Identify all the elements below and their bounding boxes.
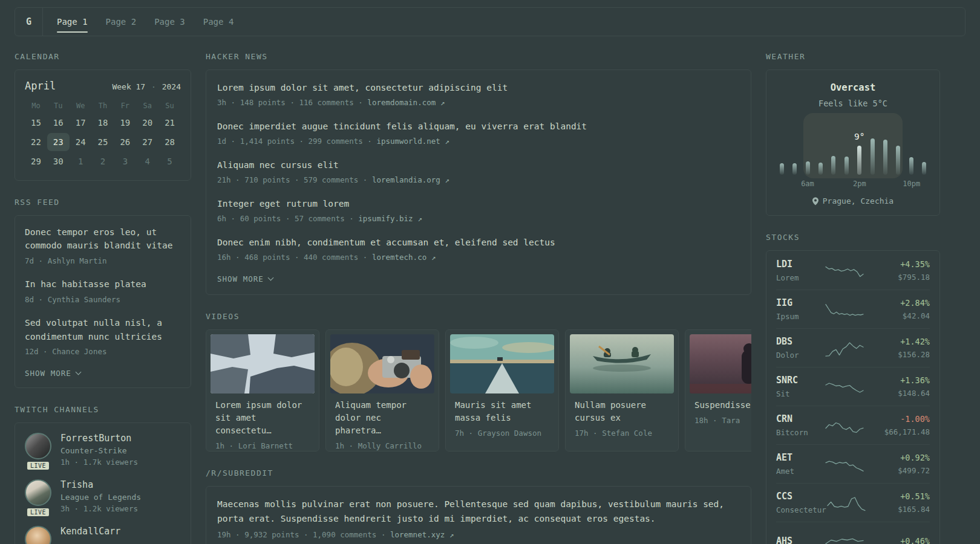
stock-price: $156.28: [874, 350, 930, 359]
video-meta: 18h · Tara: [694, 416, 751, 425]
twitch-channel-name[interactable]: ForrestBurton: [60, 433, 138, 444]
avatar[interactable]: [25, 479, 51, 506]
weather-location[interactable]: Prague, Czechia: [776, 196, 930, 206]
stock-row[interactable]: SNRC Sit +1.36% $148.64: [776, 367, 930, 406]
calendar-day-today: 23: [47, 133, 70, 151]
tab-page-3[interactable]: Page 3: [145, 8, 194, 36]
weather-hourly-chart: 9°: [780, 131, 926, 175]
stock-row[interactable]: CCS Consectetur +0.51% $165.84: [776, 483, 930, 522]
app-logo[interactable]: G: [15, 8, 43, 36]
weather-condition: Overcast: [776, 82, 930, 93]
weekday-label: Fr: [114, 102, 136, 110]
right-column: WEATHER Overcast Feels like 5°C 9° 6am 2…: [766, 52, 940, 544]
video-title[interactable]: Nullam posuere cursus ex: [575, 399, 669, 424]
stock-row[interactable]: IIG Ipsum +2.84% $42.04: [776, 290, 930, 328]
rss-widget: Donec tempor eros leo, ut commodo mauris…: [15, 215, 191, 388]
video-title[interactable]: Suspendisse diam: [694, 399, 751, 412]
weather-feels-like: Feels like 5°C: [776, 99, 930, 108]
hn-item-title[interactable]: Integer eget rutrum lorem: [217, 197, 740, 210]
hn-item-meta: 3h · 148 points · 116 comments · loremdo…: [217, 97, 740, 108]
video-title[interactable]: Mauris sit amet massa felis: [455, 399, 549, 424]
twitch-channel-row[interactable]: LIVE ForrestBurton Counter-Strike 1h · 1…: [25, 433, 181, 467]
hn-item-domain-link[interactable]: loremdomain.com ↗: [367, 98, 445, 107]
calendar-day: 30: [47, 152, 70, 170]
weather-location-label: Prague, Czechia: [823, 196, 893, 206]
video-thumbnail-canoe[interactable]: [570, 334, 674, 393]
stock-sparkline: [825, 453, 864, 476]
video-title[interactable]: Aliquam tempor dolor nec pharetra…: [335, 399, 430, 437]
weather-bar: [831, 156, 835, 175]
twitch-channel-row[interactable]: KendallCarr: [25, 526, 181, 544]
hn-item-title[interactable]: Lorem ipsum dolor sit amet, consectetur …: [217, 81, 740, 94]
reddit-post-title[interactable]: Maecenas mollis pulvinar erat non posuer…: [217, 497, 740, 526]
rss-item: Sed volutpat nulla nisl, a condimentum n…: [25, 316, 181, 357]
tab-page-2[interactable]: Page 2: [97, 8, 146, 36]
twitch-channel-category[interactable]: Counter-Strike: [60, 446, 138, 455]
rss-item-meta: 12d · Chance Jones: [25, 346, 181, 357]
top-nav: G Page 1 Page 2 Page 3 Page 4: [15, 7, 965, 36]
show-more-label: SHOW MORE: [25, 369, 71, 378]
external-link-icon: ↗: [445, 137, 449, 146]
hn-item-title[interactable]: Aliquam nec cursus elit: [217, 158, 740, 172]
subreddit-section: /R/SUBREDDIT Maecenas mollis pulvinar er…: [206, 468, 751, 544]
stock-row[interactable]: CRN Bitcorn -1.00% $66,171.48: [776, 406, 930, 444]
weather-hour-labels: 6am 2pm 10pm: [780, 180, 926, 189]
stock-ticker: AHS: [776, 536, 825, 544]
avatar[interactable]: [25, 526, 51, 544]
twitch-channel-name[interactable]: KendallCarr: [60, 526, 120, 537]
calendar-day-next-month: 3: [114, 152, 136, 170]
stock-sparkline: [826, 491, 866, 514]
video-card[interactable]: Nullam posuere cursus ex 17h · Stefan Co…: [565, 329, 679, 452]
twitch-channel-row[interactable]: LIVE Trisha League of Legends 3h · 1.2k …: [25, 479, 181, 513]
hn-item-domain-link[interactable]: loremtech.co ↗: [372, 253, 436, 262]
stock-row[interactable]: LDI Lorem +4.35% $795.18: [776, 251, 930, 290]
video-card[interactable]: Suspendisse diam 18h · Tara: [685, 329, 751, 452]
twitch-section-title: TWITCH CHANNELS: [15, 405, 191, 414]
calendar-day: 18: [92, 114, 114, 132]
reddit-domain-link[interactable]: loremnet.xyz ↗: [390, 530, 454, 539]
tab-page-1[interactable]: Page 1: [48, 8, 97, 36]
hn-meta-text: 3h · 148 points · 116 comments ·: [217, 98, 367, 107]
stock-row[interactable]: AET Amet +0.92% $499.72: [776, 444, 930, 483]
video-meta: 7h · Grayson Dawson: [455, 429, 549, 438]
rss-item-title[interactable]: In hac habitasse platea: [25, 277, 181, 291]
hn-item-domain-link[interactable]: ipsumify.biz ↗: [358, 214, 422, 223]
videos-row: Lorem ipsum dolor sit amet consectetu… 1…: [206, 329, 751, 452]
reddit-post-meta: 19h · 9,932 points · 1,090 comments · lo…: [217, 529, 740, 540]
rss-item-title[interactable]: Sed volutpat nulla nisl, a condimentum n…: [25, 316, 181, 343]
hn-item-title[interactable]: Donec imperdiet augue tincidunt felis al…: [217, 120, 740, 133]
calendar-day: 27: [136, 133, 158, 151]
hacker-news-section-title: HACKER NEWS: [206, 52, 751, 61]
weather-bar: [871, 138, 875, 175]
video-title[interactable]: Lorem ipsum dolor sit amet consectetu…: [215, 399, 310, 437]
twitch-channel-category[interactable]: League of Legends: [60, 493, 141, 502]
stock-price: $795.18: [874, 273, 930, 282]
hn-item-meta: 16h · 468 points · 440 comments · loremt…: [217, 252, 740, 263]
video-thumbnail-fog[interactable]: [690, 334, 751, 393]
rss-item-title[interactable]: Donec tempor eros leo, ut commodo mauris…: [25, 225, 181, 253]
video-card[interactable]: Lorem ipsum dolor sit amet consectetu… 1…: [206, 329, 319, 452]
tab-page-4[interactable]: Page 4: [194, 8, 243, 36]
rss-show-more-button[interactable]: SHOW MORE: [25, 369, 181, 378]
hn-item-domain-link[interactable]: ipsumworld.net ↗: [376, 137, 449, 146]
stock-row[interactable]: DBS Dolor +1.42% $156.28: [776, 328, 930, 367]
calendar-week: Week 17: [112, 82, 145, 91]
hn-item-title[interactable]: Donec enim nibh, condimentum et accumsan…: [217, 236, 740, 249]
rss-item-meta: 7d · Ashlyn Martin: [25, 256, 181, 267]
video-thumbnail-towers[interactable]: [211, 334, 315, 393]
calendar-widget: April Week 17 · 2024 Mo Tu We Th Fr Sa: [15, 70, 191, 181]
stock-row[interactable]: AHS +0.46%: [776, 522, 930, 544]
hn-show-more-button[interactable]: SHOW MORE: [217, 274, 740, 283]
calendar-section: CALENDAR April Week 17 · 2024 Mo Tu We: [15, 52, 191, 181]
video-thumbnail-camera[interactable]: [330, 334, 434, 393]
hn-item-meta: 6h · 60 points · 57 comments · ipsumify.…: [217, 213, 740, 224]
calendar-grid: 15 16 17 18 19 20 21 22 23 24 25 26 27 2…: [25, 114, 181, 170]
video-card[interactable]: Mauris sit amet massa felis 7h · Grayson…: [445, 329, 559, 452]
twitch-channel-name[interactable]: Trisha: [60, 479, 141, 490]
video-thumbnail-sea[interactable]: [450, 334, 554, 393]
calendar-section-title: CALENDAR: [15, 52, 191, 61]
live-badge: LIVE: [26, 461, 50, 471]
video-card[interactable]: Aliquam tempor dolor nec pharetra… 1h · …: [325, 329, 439, 452]
avatar[interactable]: [25, 433, 51, 459]
hn-item-domain-link[interactable]: loremlandia.org ↗: [372, 175, 449, 184]
